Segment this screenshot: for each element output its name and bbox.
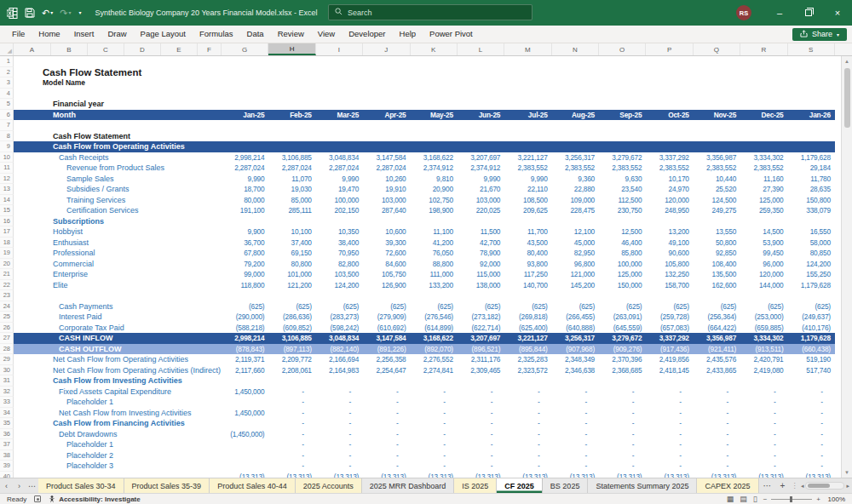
row-label[interactable]: Net Cash Flow from Operating Activities … — [14, 365, 222, 376]
grid-cell[interactable]: 36,700 — [222, 238, 268, 249]
ribbon-tab-review[interactable]: Review — [271, 26, 311, 43]
grid-cell[interactable]: 2,374,912 — [411, 163, 458, 174]
grid-cell[interactable]: 2,383,552 — [740, 163, 787, 174]
column-header-s[interactable]: S — [788, 43, 835, 55]
grid-cell[interactable]: (286,636) — [268, 312, 315, 323]
grid-cell[interactable]: (279,909) — [363, 312, 410, 323]
horizontal-scrollbar[interactable]: ◂ ▸ — [801, 478, 852, 493]
ribbon-tab-help[interactable]: Help — [393, 26, 423, 43]
grid-cell[interactable]: - — [646, 408, 693, 419]
row-label[interactable]: Placeholder 1 — [14, 397, 222, 408]
grid-cell[interactable]: - — [599, 439, 646, 450]
row-number[interactable]: 38 — [0, 450, 14, 461]
grid-cell[interactable]: 21,670 — [458, 184, 504, 195]
grid-cell[interactable]: (645,559) — [599, 323, 646, 334]
grid-cell[interactable]: 120,000 — [740, 269, 787, 280]
grid-cell[interactable]: 9,990 — [222, 174, 268, 185]
row-label[interactable]: Financial year — [14, 99, 222, 110]
grid-cell[interactable]: - — [694, 439, 740, 450]
row-label[interactable]: Placeholder 1 — [14, 439, 222, 450]
grid-cell[interactable]: (13,313) — [694, 472, 740, 478]
grid-cell[interactable] — [222, 418, 268, 429]
grid-cell[interactable]: 13,550 — [694, 226, 740, 238]
grid-cell[interactable]: 11,780 — [788, 174, 835, 185]
grid-cell[interactable]: (13,313) — [458, 472, 504, 478]
grid-cell[interactable]: 39,300 — [363, 238, 410, 249]
column-header-d[interactable]: D — [124, 43, 161, 55]
grid-cell[interactable]: 88,800 — [411, 259, 458, 270]
column-header-i[interactable]: I — [316, 43, 363, 55]
row-number[interactable]: 9 — [0, 141, 14, 152]
grid-cell[interactable]: 338,079 — [788, 205, 835, 216]
grid-cell[interactable]: 3,048,834 — [316, 152, 363, 163]
grid-cell[interactable]: - — [788, 439, 835, 450]
grid-cell[interactable]: (276,546) — [411, 312, 458, 323]
row-label[interactable]: CASH OUTFLOW — [14, 344, 222, 355]
grid-cell[interactable]: 132,250 — [646, 269, 693, 280]
grid-cell[interactable]: 10,440 — [694, 174, 740, 185]
grid-cell[interactable]: 10,260 — [363, 174, 410, 185]
grid-cell[interactable]: Mar-25 — [316, 110, 363, 121]
grid-cell[interactable]: 2,418,145 — [646, 365, 693, 376]
column-header-h[interactable]: H — [268, 43, 315, 55]
grid-cell[interactable]: (909,276) — [599, 344, 646, 355]
grid-cell[interactable]: (882,140) — [316, 344, 363, 355]
grid-cell[interactable]: 2,287,024 — [222, 163, 268, 174]
column-header-p[interactable]: P — [646, 43, 693, 55]
grid-cell[interactable]: 80,000 — [222, 195, 268, 206]
grid-cell[interactable]: 105,750 — [363, 269, 410, 280]
grid-cell[interactable]: (266,455) — [552, 312, 599, 323]
grid-cell[interactable]: - — [552, 418, 599, 429]
ribbon-tab-data[interactable]: Data — [240, 26, 271, 43]
grid-cell[interactable]: (13,313) — [316, 472, 363, 478]
grid-cell[interactable]: - — [694, 387, 740, 398]
column-header-l[interactable]: L — [458, 43, 504, 55]
grid-cell[interactable]: - — [268, 461, 315, 472]
grid-cell[interactable]: 2,368,685 — [599, 365, 646, 376]
row-number[interactable]: 16 — [0, 216, 14, 227]
row-label[interactable]: Placeholder 3 — [14, 461, 222, 472]
grid-cell[interactable]: - — [411, 439, 458, 450]
grid-cell[interactable]: - — [411, 408, 458, 419]
grid-cell[interactable]: (13,313) — [363, 472, 410, 478]
row-number[interactable]: 23 — [0, 290, 14, 301]
restore-button[interactable] — [794, 0, 823, 26]
grid-cell[interactable]: (659,885) — [740, 323, 787, 334]
grid-cell[interactable]: - — [504, 429, 551, 440]
grid-cell[interactable]: 2,166,694 — [316, 354, 363, 365]
grid-cell[interactable]: 3,334,302 — [740, 152, 787, 163]
grid-cell[interactable]: - — [740, 429, 787, 440]
grid-cell[interactable]: 155,250 — [788, 269, 835, 280]
grid-cell[interactable]: 125,000 — [740, 195, 787, 206]
grid-cell[interactable]: 103,500 — [316, 269, 363, 280]
grid-cell[interactable]: - — [740, 408, 787, 419]
grid-cell[interactable]: - — [552, 429, 599, 440]
row-number[interactable]: 1 — [0, 56, 14, 67]
grid-cell[interactable]: 45,000 — [552, 238, 599, 249]
grid-cell[interactable]: 70,950 — [316, 248, 363, 259]
grid-cell[interactable]: 100,000 — [599, 259, 646, 270]
row-number[interactable]: 30 — [0, 365, 14, 376]
grid-cell[interactable]: 287,640 — [363, 205, 410, 216]
grid-cell[interactable]: - — [788, 408, 835, 419]
grid-cell[interactable]: 105,800 — [646, 259, 693, 270]
grid-cell[interactable]: 3,337,292 — [646, 152, 693, 163]
grid-cell[interactable]: 259,350 — [740, 205, 787, 216]
grid-cell[interactable]: 150,800 — [788, 195, 835, 206]
grid-cell[interactable]: 198,900 — [411, 205, 458, 216]
grid-cell[interactable]: 27,390 — [740, 184, 787, 195]
grid-cell[interactable]: 92,850 — [694, 248, 740, 259]
zoom-slider-thumb[interactable] — [790, 496, 792, 502]
row-label[interactable]: Cash Flow from Financing Activities — [14, 418, 222, 429]
grid-cell[interactable]: - — [599, 429, 646, 440]
grid-cell[interactable]: 3,106,885 — [268, 152, 315, 163]
grid-cell[interactable]: 135,500 — [694, 269, 740, 280]
grid-cell[interactable]: 2,419,080 — [740, 365, 787, 376]
row-number[interactable]: 35 — [0, 418, 14, 429]
grid-cell[interactable]: 3,256,317 — [552, 152, 599, 163]
grid-cell[interactable]: - — [504, 461, 551, 472]
row-number[interactable]: 7 — [0, 120, 14, 131]
horizontal-scrollbar-track[interactable] — [805, 482, 844, 490]
row-number[interactable]: 12 — [0, 174, 14, 185]
row-number[interactable]: 26 — [0, 323, 14, 334]
